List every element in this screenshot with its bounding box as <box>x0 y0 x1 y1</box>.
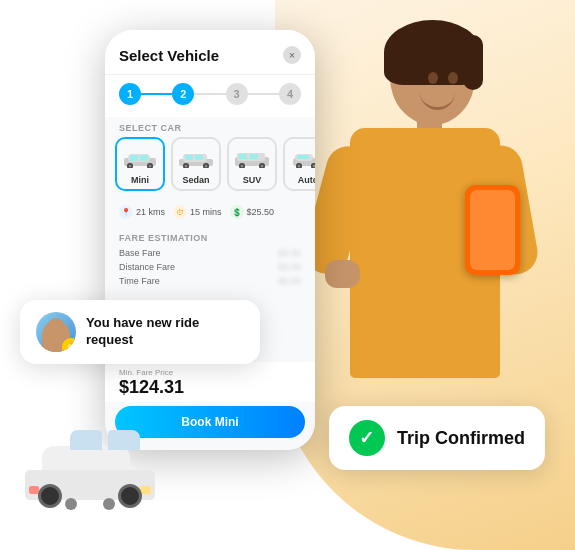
check-circle: ✓ <box>349 420 385 456</box>
car-option-auto[interactable]: Auto <box>283 137 315 191</box>
car-option-suv[interactable]: SUV <box>227 137 277 191</box>
fare-row-time: Time Fare $0.00 <box>119 276 301 286</box>
price-badge: 💲 $25.50 <box>230 205 275 219</box>
car-suv-svg <box>233 150 271 168</box>
close-button[interactable]: × <box>283 46 301 64</box>
svg-rect-18 <box>239 154 247 159</box>
step-4[interactable]: 4 <box>279 83 301 105</box>
svg-point-5 <box>129 165 132 168</box>
location-icon: 📍 <box>119 205 133 219</box>
trip-confirmed-card: ✓ Trip Confirmed <box>329 406 545 470</box>
price-value: $25.50 <box>247 207 275 217</box>
car-mini-svg <box>121 150 159 168</box>
notification-text: You have new ride request <box>86 315 244 349</box>
car-suv-icon-area <box>233 145 271 173</box>
price-icon: 💲 <box>230 205 244 219</box>
car-body <box>20 435 160 500</box>
step-line-2 <box>194 93 225 95</box>
time-fare-value: $0.00 <box>278 276 301 286</box>
car-option-sedan[interactable]: Sedan <box>171 137 221 191</box>
trip-info: 📍 21 kms ⏱ 15 mins 💲 $25.50 <box>105 199 315 227</box>
car-auto-svg <box>289 150 315 168</box>
min-fare-section: Min. Fare Price $124.31 <box>105 362 315 402</box>
svg-rect-2 <box>130 155 138 161</box>
car-sedan-svg <box>177 150 215 168</box>
step-line-3 <box>248 93 279 95</box>
svg-point-7 <box>149 165 152 168</box>
car-suv-label: SUV <box>233 175 271 185</box>
book-button[interactable]: Book Mini <box>115 406 305 438</box>
svg-point-23 <box>261 165 264 168</box>
steps-bar: 1 2 3 4 <box>105 75 315 117</box>
svg-point-28 <box>298 165 301 168</box>
screen-title: Select Vehicle <box>119 47 219 64</box>
svg-point-13 <box>185 165 188 168</box>
time-value: 15 mins <box>190 207 222 217</box>
phone-header: Select Vehicle × <box>105 30 315 75</box>
car-window-left <box>70 430 102 450</box>
distance-badge: 📍 21 kms <box>119 205 165 219</box>
step-2[interactable]: 2 <box>172 83 194 105</box>
ride-request-notification: 🔔 You have new ride request <box>20 300 260 364</box>
time-fare-label: Time Fare <box>119 276 160 286</box>
fare-title: FARE ESTIMATION <box>119 233 301 243</box>
car-auto-label: Auto <box>289 175 315 185</box>
svg-rect-26 <box>297 155 309 159</box>
car-option-mini[interactable]: Mini <box>115 137 165 191</box>
wheel-hub-left <box>65 498 77 510</box>
base-fare-label: Base Fare <box>119 248 161 258</box>
step-1[interactable]: 1 <box>119 83 141 105</box>
car-auto-icon-area <box>289 145 315 173</box>
min-fare-value: $124.31 <box>119 377 301 398</box>
step-3[interactable]: 3 <box>226 83 248 105</box>
car-sedan-label: Sedan <box>177 175 215 185</box>
wheel-left <box>38 484 62 508</box>
wheel-hub-right <box>103 498 115 510</box>
fare-row-base: Base Fare $0.00 <box>119 248 301 258</box>
time-badge: ⏱ 15 mins <box>173 205 222 219</box>
min-fare-label: Min. Fare Price <box>119 368 301 377</box>
car-image <box>20 435 160 500</box>
select-car-label: SELECT CAR <box>105 117 315 137</box>
base-fare-value: $0.00 <box>278 248 301 258</box>
driver-avatar: 🔔 <box>36 312 76 352</box>
time-icon: ⏱ <box>173 205 187 219</box>
distance-fare-label: Distance Fare <box>119 262 175 272</box>
car-mini-icon-area <box>121 145 159 173</box>
car-mini-label: Mini <box>121 175 159 185</box>
car-window-right <box>108 430 140 450</box>
svg-rect-19 <box>250 154 258 159</box>
checkmark-icon: ✓ <box>359 429 374 447</box>
distance-value: 21 kms <box>136 207 165 217</box>
svg-rect-3 <box>140 155 148 161</box>
phone-screen: Select Vehicle × 1 2 3 4 SELECT CAR <box>105 30 315 450</box>
car-sedan-icon-area <box>177 145 215 173</box>
svg-point-15 <box>205 165 208 168</box>
trip-confirmed-text: Trip Confirmed <box>397 428 525 449</box>
car-options: Mini Sedan <box>105 137 315 199</box>
phone-mockup: Select Vehicle × 1 2 3 4 SELECT CAR <box>105 30 315 450</box>
fare-row-distance: Distance Fare $0.00 <box>119 262 301 272</box>
bell-icon: 🔔 <box>62 338 76 352</box>
wheel-right <box>118 484 142 508</box>
svg-point-21 <box>241 165 244 168</box>
step-line-1 <box>141 93 172 95</box>
distance-fare-value: $0.00 <box>278 262 301 272</box>
svg-rect-10 <box>185 155 193 160</box>
svg-rect-11 <box>195 155 203 160</box>
